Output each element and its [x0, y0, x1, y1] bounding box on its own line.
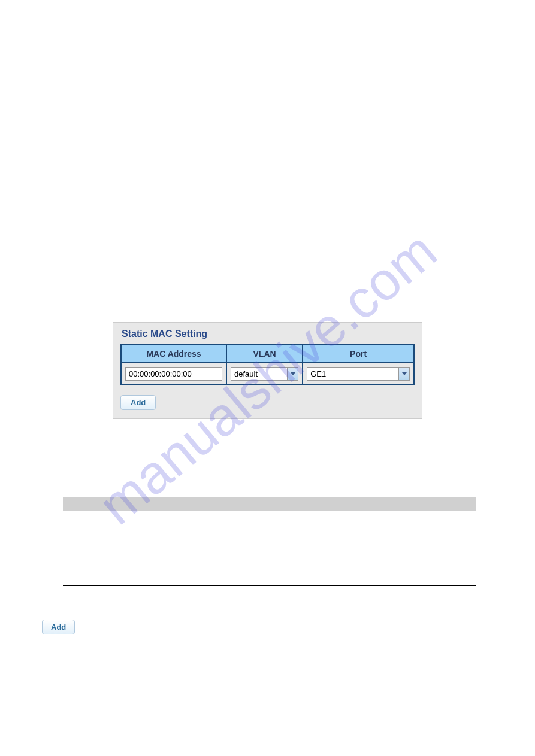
- mac-cell: [121, 363, 226, 385]
- chevron-down-icon: [287, 368, 298, 380]
- desc-row: [63, 536, 476, 561]
- desc-row: [63, 511, 476, 536]
- desc-cell-right: [174, 536, 476, 561]
- desc-cell-left: [63, 536, 174, 561]
- config-table: MAC Address VLAN Port default: [120, 344, 415, 385]
- config-input-row: default GE1: [121, 363, 414, 385]
- header-vlan: VLAN: [226, 345, 303, 363]
- vlan-select[interactable]: default: [231, 367, 298, 381]
- desc-cell-left: [63, 561, 174, 587]
- vlan-cell: default: [226, 363, 303, 385]
- add-button[interactable]: Add: [120, 395, 156, 410]
- port-select-value: GE1: [307, 368, 398, 380]
- desc-header-row: [63, 497, 476, 511]
- desc-cell-right: [174, 511, 476, 536]
- static-mac-panel: Static MAC Setting MAC Address VLAN Port…: [113, 322, 422, 419]
- desc-row: [63, 561, 476, 587]
- chevron-down-icon: [398, 368, 409, 380]
- port-cell: GE1: [303, 363, 414, 385]
- desc-header-left: [63, 497, 174, 511]
- table-header-row: MAC Address VLAN Port: [121, 345, 414, 363]
- standalone-add-button[interactable]: Add: [42, 620, 75, 634]
- desc-cell-right: [174, 561, 476, 587]
- description-table-container: [63, 496, 476, 587]
- desc-cell-left: [63, 511, 174, 536]
- vlan-select-value: default: [231, 368, 287, 380]
- description-table: [63, 496, 476, 587]
- button-row: Add: [113, 391, 422, 418]
- header-port: Port: [303, 345, 414, 363]
- mac-address-input[interactable]: [125, 367, 222, 381]
- desc-header-right: [174, 497, 476, 511]
- header-mac: MAC Address: [121, 345, 226, 363]
- port-select[interactable]: GE1: [307, 367, 410, 381]
- panel-title: Static MAC Setting: [113, 323, 422, 342]
